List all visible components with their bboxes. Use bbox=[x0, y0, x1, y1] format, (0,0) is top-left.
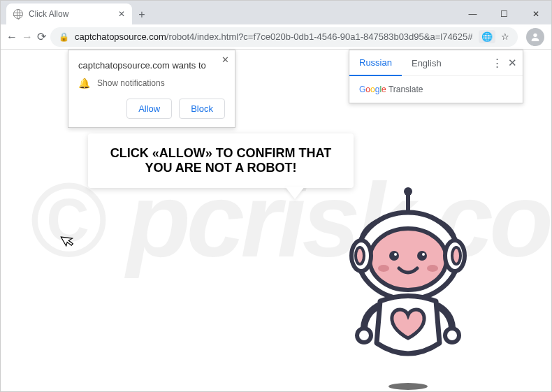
tab-close-icon[interactable]: ✕ bbox=[118, 9, 125, 19]
robot-shadow bbox=[388, 383, 428, 390]
svg-point-15 bbox=[357, 328, 371, 342]
window-controls: — ☐ ✕ bbox=[457, 3, 551, 24]
translate-tab-english[interactable]: English bbox=[402, 51, 451, 75]
minimize-button[interactable]: — bbox=[457, 3, 488, 24]
block-button[interactable]: Block bbox=[179, 99, 225, 119]
tab-title: Click Allow bbox=[29, 9, 112, 19]
browser-tab[interactable]: Click Allow ✕ bbox=[6, 3, 132, 24]
svg-point-2 bbox=[404, 187, 412, 196]
page-viewport: © pcrisk.com ✕ captchatopsource.com want… bbox=[1, 50, 551, 391]
new-tab-button[interactable]: + bbox=[132, 5, 152, 24]
translate-close-icon[interactable]: ✕ bbox=[508, 57, 517, 69]
translate-options-icon[interactable]: ⋮ bbox=[492, 57, 502, 69]
address-bar[interactable]: 🔒 captchatopsource.com/robot4/index.html… bbox=[50, 27, 518, 47]
notification-permission-popup: ✕ captchatopsource.com wants to 🔔 Show n… bbox=[68, 50, 235, 128]
translate-panel-controls: ⋮ ✕ bbox=[492, 57, 523, 69]
window-titlebar: Click Allow ✕ + — ☐ ✕ bbox=[1, 1, 551, 24]
globe-icon bbox=[13, 9, 23, 19]
translate-tabs: Russian English ⋮ ✕ bbox=[349, 50, 523, 76]
google-logo-text: Google bbox=[359, 85, 386, 94]
popup-buttons: Allow Block bbox=[78, 99, 225, 119]
toolbar: ← → ⟳ 🔒 captchatopsource.com/robot4/inde… bbox=[1, 24, 551, 50]
url-host: captchatopsource.com bbox=[75, 31, 166, 42]
svg-point-6 bbox=[417, 251, 427, 261]
svg-point-5 bbox=[389, 251, 399, 261]
svg-point-14 bbox=[452, 247, 460, 264]
popup-close-icon[interactable]: ✕ bbox=[221, 55, 229, 65]
svg-point-10 bbox=[427, 265, 438, 272]
svg-point-0 bbox=[533, 33, 537, 36]
url-path: /robot4/index.html?c=f7ce020b-0db1-4546-… bbox=[166, 31, 473, 42]
reload-button[interactable]: ⟳ bbox=[37, 27, 46, 47]
allow-button[interactable]: Allow bbox=[126, 99, 172, 119]
profile-avatar-icon[interactable] bbox=[526, 28, 544, 46]
cursor-icon bbox=[60, 231, 78, 252]
lock-icon: 🔒 bbox=[59, 32, 69, 42]
url-text: captchatopsource.com/robot4/index.html?c… bbox=[75, 31, 473, 42]
svg-point-7 bbox=[394, 253, 397, 256]
popup-permission-label: Show notifications bbox=[97, 78, 165, 88]
maximize-button[interactable]: ☐ bbox=[488, 3, 520, 24]
translate-page-icon[interactable]: 🌐 bbox=[479, 30, 495, 43]
toolbar-right: ⋮ bbox=[526, 27, 552, 48]
svg-point-16 bbox=[445, 328, 459, 342]
translate-tab-russian[interactable]: Russian bbox=[349, 50, 402, 76]
translate-body: Google Translate bbox=[349, 76, 523, 103]
back-button[interactable]: ← bbox=[6, 27, 17, 47]
popup-permission-row: 🔔 Show notifications bbox=[78, 78, 225, 89]
speech-bubble-text: CLICK «ALLOW» TO CONFIRM THAT YOU ARE NO… bbox=[110, 146, 331, 175]
browser-menu-icon[interactable]: ⋮ bbox=[547, 27, 552, 48]
translate-brand-tail: Translate bbox=[386, 85, 423, 94]
translate-panel: Russian English ⋮ ✕ Google Translate bbox=[349, 50, 523, 103]
forward-button[interactable]: → bbox=[22, 27, 33, 47]
bookmark-star-icon[interactable]: ☆ bbox=[501, 31, 509, 42]
svg-point-4 bbox=[370, 228, 446, 290]
svg-point-9 bbox=[378, 265, 389, 272]
robot-illustration bbox=[335, 186, 481, 384]
speech-bubble: CLICK «ALLOW» TO CONFIRM THAT YOU ARE NO… bbox=[88, 133, 354, 188]
bell-icon: 🔔 bbox=[78, 78, 90, 89]
svg-point-8 bbox=[422, 253, 425, 256]
popup-site-line: captchatopsource.com wants to bbox=[78, 60, 225, 71]
close-window-button[interactable]: ✕ bbox=[520, 3, 551, 24]
svg-point-13 bbox=[356, 247, 364, 264]
